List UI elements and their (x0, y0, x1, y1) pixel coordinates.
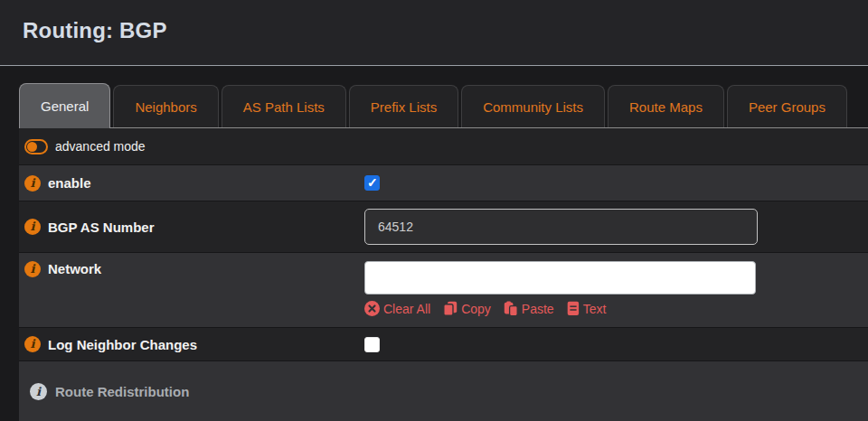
copy-icon (443, 301, 458, 316)
general-tab-panel: advanced mode i enable i BGP AS Number i (19, 128, 868, 421)
bgp-as-number-label: BGP AS Number (48, 220, 155, 235)
info-icon[interactable]: i (24, 261, 41, 277)
tab-as-path-lists[interactable]: AS Path Lists (222, 85, 346, 127)
tab-prefix-lists[interactable]: Prefix Lists (349, 85, 458, 127)
tab-general[interactable]: General (19, 83, 110, 128)
page-title: Routing: BGP (0, 0, 868, 43)
info-icon[interactable]: i (24, 175, 41, 192)
tab-label: Prefix Lists (371, 99, 437, 115)
log-neighbor-changes-checkbox[interactable] (364, 337, 380, 352)
file-text-icon (567, 301, 580, 316)
log-neighbor-changes-control-cell (364, 328, 868, 360)
log-neighbor-changes-label-cell: i Log Neighbor Changes (19, 328, 364, 360)
tab-label: AS Path Lists (243, 99, 325, 115)
enable-label: enable (48, 175, 91, 191)
enable-checkbox[interactable] (364, 175, 380, 191)
route-redistribution-label: Route Redistribution (55, 384, 189, 399)
text-label: Text (583, 302, 607, 316)
network-label-cell: i Network (19, 253, 364, 327)
paste-icon (504, 301, 518, 316)
route-redistribution-section-header[interactable]: i Route Redistribution (19, 360, 868, 421)
tab-peer-groups[interactable]: Peer Groups (727, 85, 847, 127)
tab-label: Neighbors (135, 99, 196, 115)
text-button[interactable]: Text (567, 301, 607, 316)
network-input[interactable] (364, 261, 756, 295)
tab-label: Peer Groups (749, 99, 826, 115)
enable-control-cell (364, 165, 868, 201)
tab-label: General (41, 98, 89, 114)
toggle-off-icon[interactable] (24, 139, 48, 154)
tab-community-lists[interactable]: Community Lists (461, 85, 605, 127)
page-header: Routing: BGP (0, 0, 868, 66)
network-label: Network (48, 261, 101, 276)
info-icon[interactable]: i (24, 219, 41, 235)
advanced-mode-toggle-row[interactable]: advanced mode (19, 128, 868, 164)
circle-xmark-icon (364, 301, 380, 316)
tab-label: Route Maps (629, 99, 703, 115)
paste-button[interactable]: Paste (504, 301, 554, 316)
bgp-as-number-row: i BGP AS Number (19, 201, 868, 252)
enable-label-cell: i enable (19, 165, 364, 201)
network-actions: Clear All Copy Paste Text (364, 301, 606, 316)
tab-neighbors[interactable]: Neighbors (113, 85, 218, 127)
content-area: GeneralNeighborsAS Path ListsPrefix List… (19, 66, 868, 421)
advanced-mode-label: advanced mode (55, 139, 146, 154)
enable-row: i enable (19, 164, 868, 201)
log-neighbor-changes-row: i Log Neighbor Changes (19, 327, 868, 360)
bgp-as-number-label-cell: i BGP AS Number (19, 201, 364, 252)
info-icon[interactable]: i (24, 336, 41, 352)
log-neighbor-changes-label: Log Neighbor Changes (48, 337, 197, 352)
network-row: i Network Clear All Copy Paste (19, 252, 868, 327)
paste-label: Paste (522, 302, 554, 316)
tab-label: Community Lists (483, 99, 583, 115)
copy-button[interactable]: Copy (443, 301, 491, 316)
toggle-knob (27, 142, 37, 152)
bgp-as-number-control-cell (364, 201, 868, 252)
network-control-cell: Clear All Copy Paste Text (364, 253, 868, 327)
tab-route-maps[interactable]: Route Maps (608, 85, 724, 127)
clear-all-label: Clear All (383, 302, 430, 316)
bgp-as-number-input[interactable] (364, 209, 758, 245)
info-icon[interactable]: i (30, 383, 47, 400)
copy-label: Copy (461, 302, 491, 316)
clear-all-button[interactable]: Clear All (364, 301, 430, 316)
tab-bar: GeneralNeighborsAS Path ListsPrefix List… (19, 84, 868, 128)
